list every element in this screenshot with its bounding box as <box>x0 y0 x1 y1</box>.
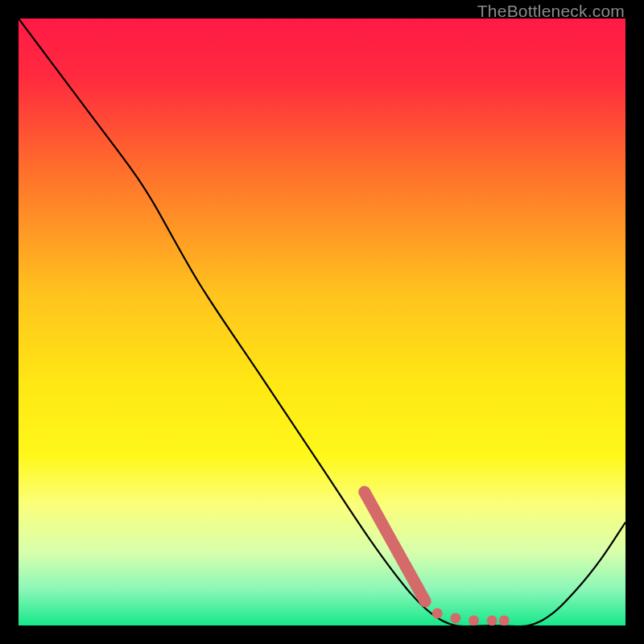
chart-frame <box>19 19 625 625</box>
highlight-dot <box>499 615 510 625</box>
watermark-text: TheBottleneck.com <box>477 2 625 21</box>
bottleneck-chart <box>19 19 625 625</box>
highlight-dot <box>432 608 443 618</box>
highlight-dot <box>487 615 497 625</box>
chart-background <box>19 19 625 625</box>
highlight-dot <box>450 613 460 623</box>
highlight-dot <box>469 615 479 625</box>
